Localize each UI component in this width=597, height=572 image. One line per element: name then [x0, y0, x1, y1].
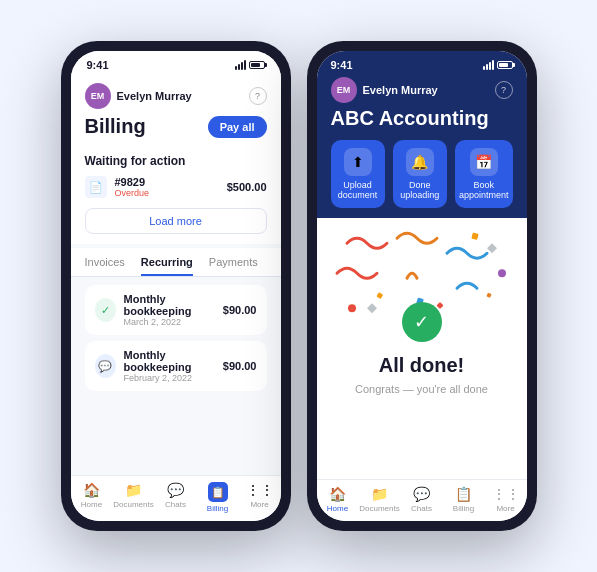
calendar-icon: 📅 — [470, 148, 498, 176]
accounting-help-button[interactable]: ? — [495, 81, 513, 99]
nav-billing[interactable]: 📋 Billing — [197, 482, 239, 513]
rec-date-2: February 2, 2022 — [124, 373, 223, 383]
nav-more[interactable]: ⋮⋮ More — [239, 482, 281, 513]
nav2-chats[interactable]: 💬 Chats — [401, 486, 443, 513]
invoice-row: 📄 #9829 Overdue $500.00 — [85, 176, 267, 198]
status-time-billing: 9:41 — [87, 59, 109, 71]
user-info: EM Evelyn Murray — [85, 83, 192, 109]
tabs: Invoices Recurring Payments — [85, 248, 267, 276]
tab-invoices[interactable]: Invoices — [85, 248, 125, 276]
recurring-item-1[interactable]: ✓ Monthly bookkeeping March 2, 2022 $90.… — [85, 285, 267, 335]
nav-billing-label: Billing — [207, 504, 228, 513]
nav2-chats-label: Chats — [411, 504, 432, 513]
waiting-title: Waiting for action — [85, 154, 267, 168]
done-uploading-button[interactable]: 🔔 Done uploading — [393, 140, 447, 208]
overdue-badge: Overdue — [115, 188, 150, 198]
action-buttons: ⬆ Upload document 🔔 Done uploading 📅 Boo… — [331, 140, 513, 208]
waiting-section: Waiting for action 📄 #9829 Overdue $500.… — [71, 144, 281, 244]
rec-date-1: March 2, 2022 — [124, 317, 223, 327]
invoice-info: #9829 Overdue — [115, 176, 150, 198]
book-appointment-button[interactable]: 📅 Book appointment — [455, 140, 513, 208]
nav2-more[interactable]: ⋮⋮ More — [485, 486, 527, 513]
nav2-more-label: More — [496, 504, 514, 513]
billing-icon-active: 📋 — [208, 482, 228, 502]
documents-icon-2: 📁 — [371, 486, 388, 502]
invoice-amount: $500.00 — [227, 181, 267, 193]
nav2-documents[interactable]: 📁 Documents — [359, 486, 401, 513]
accounting-avatar: EM — [331, 77, 357, 103]
rec-amount-2: $90.00 — [223, 360, 257, 372]
upload-label: Upload document — [335, 180, 381, 200]
user-row: EM Evelyn Murray ? — [85, 83, 267, 109]
accounting-header: 9:41 EM — [317, 51, 527, 218]
billing-icon-2: 📋 — [455, 486, 472, 502]
phone-accounting: 9:41 EM — [307, 41, 537, 531]
battery-fill-2 — [499, 63, 508, 67]
nav-home-label: Home — [81, 500, 102, 509]
tabs-section: Invoices Recurring Payments — [71, 248, 281, 277]
rec-icon-1: ✓ — [95, 298, 116, 322]
status-time-accounting: 9:41 — [331, 59, 353, 71]
avatar: EM — [85, 83, 111, 109]
phone-notch — [146, 41, 206, 47]
phones-container: 9:41 EM — [61, 41, 537, 531]
rec-icon-2: 💬 — [95, 354, 116, 378]
nav-home[interactable]: 🏠 Home — [71, 482, 113, 513]
billing-header: EM Evelyn Murray ? Billing Pay all — [71, 75, 281, 144]
document-icon: 📄 — [85, 176, 107, 198]
battery-fill — [251, 63, 260, 67]
status-icons-accounting — [483, 60, 513, 70]
svg-rect-8 — [486, 293, 491, 298]
phone-notch-2 — [392, 41, 452, 47]
rec-amount-1: $90.00 — [223, 304, 257, 316]
upload-document-button[interactable]: ⬆ Upload document — [331, 140, 385, 208]
svg-marker-3 — [367, 303, 377, 313]
svg-marker-2 — [487, 243, 497, 253]
phone-billing-inner: 9:41 EM — [71, 51, 281, 521]
nav2-billing[interactable]: 📋 Billing — [443, 486, 485, 513]
nav-more-label: More — [250, 500, 268, 509]
svg-rect-0 — [471, 233, 478, 240]
home-icon: 🏠 — [83, 482, 100, 498]
pay-all-button[interactable]: Pay all — [208, 116, 267, 138]
invoice-left: 📄 #9829 Overdue — [85, 176, 150, 198]
rec-name-2: Monthly bookkeeping — [124, 349, 223, 373]
rec-info-1: Monthly bookkeeping March 2, 2022 — [124, 293, 223, 327]
help-button[interactable]: ? — [249, 87, 267, 105]
more-icon-2: ⋮⋮ — [492, 486, 520, 502]
chats-icon-2: 💬 — [413, 486, 430, 502]
rec-name-1: Monthly bookkeeping — [124, 293, 223, 317]
upload-icon: ⬆ — [344, 148, 372, 176]
load-more-button[interactable]: Load more — [85, 208, 267, 234]
status-bar-billing: 9:41 — [71, 51, 281, 75]
nav2-home[interactable]: 🏠 Home — [317, 486, 359, 513]
signal-icon-2 — [483, 60, 494, 70]
signal-icon — [235, 60, 246, 70]
accounting-user-info: EM Evelyn Murray — [331, 77, 438, 103]
page-title-row: Billing Pay all — [85, 115, 267, 138]
nav-documents[interactable]: 📁 Documents — [113, 482, 155, 513]
chats-icon: 💬 — [167, 482, 184, 498]
nav-chats[interactable]: 💬 Chats — [155, 482, 197, 513]
accounting-user-row: EM Evelyn Murray ? — [331, 77, 513, 103]
status-icons-billing — [235, 60, 265, 70]
nav2-documents-label: Documents — [359, 504, 399, 513]
tab-payments[interactable]: Payments — [209, 248, 258, 276]
tab-recurring[interactable]: Recurring — [141, 248, 193, 276]
status-bar-accounting: 9:41 — [331, 59, 513, 77]
svg-point-5 — [348, 304, 356, 312]
battery-icon — [249, 61, 265, 69]
success-panel: ✓ All done! Congrats — you're all done — [317, 218, 527, 479]
documents-icon: 📁 — [125, 482, 142, 498]
rec-info-2: Monthly bookkeeping February 2, 2022 — [124, 349, 223, 383]
bell-icon: 🔔 — [406, 148, 434, 176]
accounting-title: ABC Accounting — [331, 107, 513, 130]
recurring-list: ✓ Monthly bookkeeping March 2, 2022 $90.… — [71, 277, 281, 475]
recurring-item-2[interactable]: 💬 Monthly bookkeeping February 2, 2022 $… — [85, 341, 267, 391]
accounting-user-name: Evelyn Murray — [363, 84, 438, 96]
book-appointment-label: Book appointment — [459, 180, 509, 200]
bottom-nav-billing: 🏠 Home 📁 Documents 💬 Chats 📋 Billing ⋮⋮ — [71, 475, 281, 521]
nav-documents-label: Documents — [113, 500, 153, 509]
svg-point-6 — [498, 269, 506, 277]
rec-item-left-2: 💬 Monthly bookkeeping February 2, 2022 — [95, 349, 223, 383]
